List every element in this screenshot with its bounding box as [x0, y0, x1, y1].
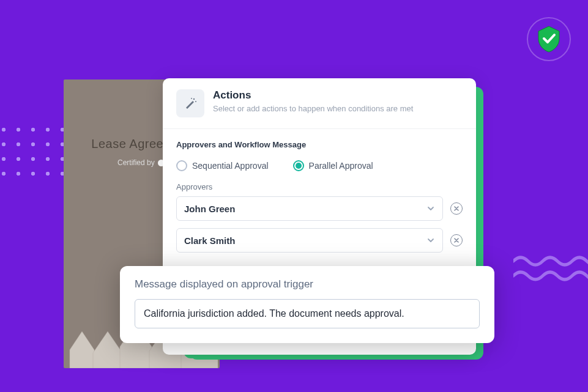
actions-title: Actions: [213, 89, 413, 102]
radio-icon: [176, 160, 187, 171]
shield-badge: [527, 17, 571, 61]
radio-icon: [293, 160, 304, 171]
waves-decoration: [513, 254, 588, 290]
chevron-down-icon: [426, 204, 435, 213]
approval-message-card: Message displayed on approval trigger: [120, 266, 494, 343]
magic-wand-icon: [176, 89, 204, 117]
chevron-down-icon: [426, 236, 435, 245]
remove-approver-button[interactable]: [450, 202, 463, 215]
dot-grid-decoration: [0, 122, 67, 187]
radio-parallel-approval[interactable]: Parallel Approval: [293, 160, 373, 171]
close-icon: [454, 206, 459, 211]
radio-sequential-approval[interactable]: Sequential Approval: [176, 160, 269, 171]
remove-approver-button[interactable]: [450, 234, 463, 246]
approver-select[interactable]: Clark Smith: [176, 228, 443, 253]
approvers-label: Approvers: [176, 182, 463, 191]
approver-select[interactable]: John Green: [176, 196, 443, 221]
svg-point-6: [195, 101, 196, 102]
close-icon: [454, 238, 459, 243]
svg-marker-1: [93, 331, 122, 368]
approver-name: Clark Smith: [184, 235, 235, 246]
actions-subtitle: Select or add actions to happen when con…: [213, 104, 413, 113]
svg-point-5: [193, 98, 195, 100]
approval-message-input[interactable]: [135, 299, 480, 328]
radio-label: Sequential Approval: [192, 161, 269, 171]
shield-check-icon: [536, 25, 562, 53]
svg-marker-0: [70, 331, 94, 368]
section-label: Approvers and Workflow Message: [176, 140, 463, 149]
svg-point-7: [191, 98, 192, 99]
radio-label: Parallel Approval: [309, 161, 373, 171]
approval-message-label: Message displayed on approval trigger: [135, 278, 480, 290]
approver-name: John Green: [184, 204, 235, 214]
